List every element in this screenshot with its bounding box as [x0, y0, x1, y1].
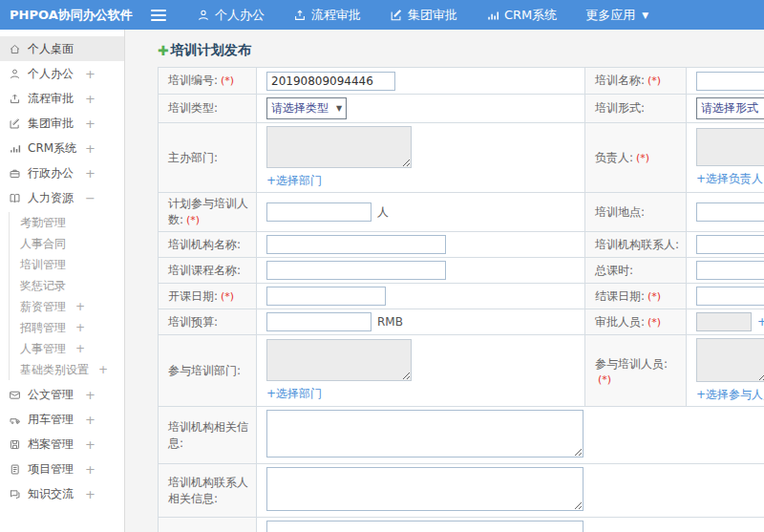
form-row-num-place: 计划参与培训人数:(*) 人 培训地点:: [159, 193, 764, 232]
select-arrow-icon: ▼: [336, 104, 342, 113]
leader-textarea[interactable]: [696, 128, 764, 166]
label-training-no: 培训编号:: [168, 74, 218, 87]
nav-personal-office[interactable]: 个人办公: [197, 7, 265, 24]
sidebar-item-project-mgmt[interactable]: 项目管理 +: [0, 457, 124, 481]
required-mark: (*): [647, 316, 661, 329]
edit-icon: [390, 9, 403, 22]
sidebar-item-personal-office[interactable]: 个人办公 +: [0, 61, 124, 86]
unit-people: 人: [377, 205, 389, 219]
sidebar-item-personal-desktop[interactable]: 个人桌面: [0, 36, 124, 61]
book-icon: [9, 192, 21, 204]
sidebar-item-group-approval[interactable]: 集团审批 +: [0, 111, 124, 136]
budget-input[interactable]: [266, 312, 371, 331]
course-name-input[interactable]: [266, 261, 446, 280]
sidebar-subitem-attendance[interactable]: 考勤管理: [10, 212, 124, 233]
expand-plus-icon: +: [85, 166, 96, 181]
training-no-input[interactable]: [266, 72, 395, 91]
expand-plus-icon: +: [85, 141, 96, 156]
expand-plus-icon: +: [85, 92, 96, 106]
home-icon: [9, 43, 21, 55]
page-title: ✚ 培训计划发布: [158, 40, 764, 61]
expand-plus-icon: +: [98, 363, 108, 376]
top-bar: PHPOA协同办公软件 个人办公 流程审批 集团审批 CRM系统 更多应用 ▼: [0, 0, 764, 30]
sidebar-item-document-mgmt[interactable]: 公文管理 +: [0, 382, 124, 407]
nav-group-approval[interactable]: 集团审批: [390, 7, 457, 24]
choose-join-dept-link[interactable]: +选择部门: [266, 386, 579, 402]
expand-plus-icon: +: [85, 437, 96, 452]
label-end-date: 结课日期:: [595, 289, 645, 303]
form-row-dept-leader: 主办部门: +选择部门 负责人:(*) +选择负责人: [159, 123, 764, 193]
training-plan-form: 培训编号:(*) 培训名称:(*) 培训类型: 请选择类型▼ 培训形式: 请选择…: [158, 67, 764, 532]
hamburger-menu-icon[interactable]: [151, 7, 166, 24]
required-mark: (*): [636, 152, 649, 164]
label-training-form: 培训形式:: [595, 101, 645, 115]
host-dept-textarea[interactable]: [266, 126, 412, 168]
approver-input[interactable]: [696, 312, 752, 331]
org-contact-input[interactable]: [696, 235, 764, 254]
expand-plus-icon: +: [85, 487, 96, 501]
choose-approver-link[interactable]: +选择审批人员: [757, 315, 764, 329]
nav-more-apps[interactable]: 更多应用 ▼: [585, 7, 648, 24]
training-form-select[interactable]: 请选择形式▼: [696, 97, 764, 119]
sidebar-item-workflow-approval[interactable]: 流程审批 +: [0, 86, 124, 111]
main-content: ✚ 培训计划发布 培训编号:(*) 培训名称:(*) 培训类型: 请选择类型▼ …: [125, 30, 764, 532]
planned-participants-input[interactable]: [266, 202, 371, 222]
training-name-input[interactable]: [696, 72, 764, 91]
user-icon: [197, 9, 210, 22]
expand-plus-icon: +: [85, 462, 96, 477]
total-hours-input[interactable]: [696, 261, 764, 280]
form-row-dates: 开课日期:(*) 结课日期:(*): [159, 284, 764, 309]
choose-dept-link[interactable]: +选择部门: [266, 173, 579, 189]
form-row-course-hours: 培训课程名称: 总课时:: [159, 258, 764, 284]
sidebar-item-vehicle-mgmt[interactable]: 用车管理 +: [0, 407, 124, 432]
org-name-input[interactable]: [266, 235, 446, 254]
expand-plus-icon: +: [85, 388, 96, 402]
label-course-name: 培训课程名称:: [168, 264, 241, 277]
requirement-textarea[interactable]: [266, 521, 584, 532]
end-date-input[interactable]: [696, 287, 764, 306]
sidebar-item-admin-office[interactable]: 行政办公 +: [0, 160, 124, 185]
start-date-input[interactable]: [266, 287, 386, 306]
upload-icon: [293, 9, 307, 22]
form-row-type-form: 培训类型: 请选择类型▼ 培训形式: 请选择形式▼: [159, 95, 764, 123]
training-type-select[interactable]: 请选择类型▼: [266, 97, 347, 119]
sidebar-item-human-resources[interactable]: 人力资源 −: [0, 185, 124, 210]
sidebar-subitem-hr-contract[interactable]: 人事合同: [10, 233, 124, 254]
nav-workflow-approval[interactable]: 流程审批: [293, 7, 361, 24]
choose-join-people-link[interactable]: +选择参与人员: [696, 387, 764, 403]
org-info-textarea[interactable]: [266, 410, 584, 458]
edit-icon: [9, 117, 21, 130]
choose-leader-link[interactable]: +选择负责人: [696, 171, 764, 187]
expand-plus-icon: +: [85, 67, 96, 81]
label-org-contact: 培训机构联系人:: [595, 238, 679, 251]
join-people-textarea[interactable]: [696, 338, 764, 382]
required-mark: (*): [221, 74, 234, 87]
nav-crm-system[interactable]: CRM系统: [486, 7, 557, 24]
sidebar-item-archive-mgmt[interactable]: 档案管理 +: [0, 432, 124, 457]
sidebar-item-crm-system[interactable]: CRM系统 +: [0, 136, 124, 160]
sidebar-subitem-personnel[interactable]: 人事管理+: [10, 338, 124, 359]
label-training-type: 培训类型:: [168, 101, 218, 115]
caret-down-icon: ▼: [642, 11, 648, 20]
form-row-org-contact: 培训机构名称: 培训机构联系人:: [159, 232, 764, 258]
sidebar-subitem-recruit[interactable]: 招聘管理+: [10, 317, 124, 338]
training-place-input[interactable]: [696, 202, 764, 222]
form-row-no-name: 培训编号:(*) 培训名称:(*): [159, 68, 764, 95]
sidebar-subitem-training[interactable]: 培训管理: [10, 254, 124, 275]
form-row-org-info: 培训机构相关信息:: [159, 407, 764, 464]
form-row-requirement: 培训要求:: [159, 518, 764, 532]
join-dept-textarea[interactable]: [266, 339, 412, 381]
sidebar-subitem-rewards[interactable]: 奖惩记录: [10, 275, 124, 296]
user-icon: [9, 68, 21, 80]
plus-icon: ✚: [158, 43, 169, 58]
chat-icon: [9, 488, 21, 500]
expand-plus-icon: +: [75, 300, 85, 313]
sidebar-subitem-base-category[interactable]: 基础类别设置+: [10, 359, 124, 380]
briefcase-icon: [9, 167, 21, 180]
bar-chart-icon: [486, 9, 499, 22]
sidebar-subitem-salary[interactable]: 薪资管理+: [10, 296, 124, 317]
sidebar-item-knowledge-exchange[interactable]: 知识交流 +: [0, 481, 124, 506]
collapse-minus-icon: −: [85, 191, 96, 205]
label-org-name: 培训机构名称:: [168, 238, 241, 251]
org-contact-info-textarea[interactable]: [266, 467, 584, 511]
